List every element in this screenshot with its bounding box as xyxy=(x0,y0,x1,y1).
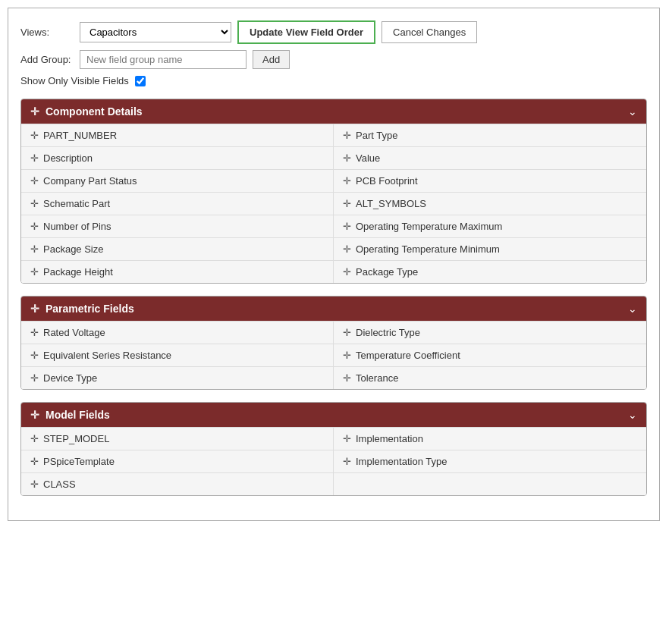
field-drag-icon: ✛ xyxy=(343,243,351,255)
chevron-down-icon-component-details: ⌄ xyxy=(628,105,637,118)
field-cell[interactable]: ✛ Equivalent Series Resistance xyxy=(21,344,334,367)
field-name: Operating Temperature Minimum xyxy=(356,243,500,255)
field-name: PCB Footprint xyxy=(356,175,418,187)
field-name: Package Type xyxy=(356,266,418,278)
field-drag-icon: ✛ xyxy=(343,350,351,361)
field-drag-icon: ✛ xyxy=(30,152,39,164)
fields-grid-component-details: ✛ PART_NUMBER ✛ Part Type ✛ Description … xyxy=(21,124,646,283)
field-cell[interactable]: ✛ Tolerance xyxy=(334,367,646,389)
field-name: Dielectric Type xyxy=(356,327,420,338)
chevron-down-icon-parametric-fields: ⌄ xyxy=(628,303,637,315)
field-name: Company Part Status xyxy=(43,175,137,187)
field-cell[interactable]: ✛ PSpiceTemplate xyxy=(21,450,334,473)
field-cell[interactable]: ✛ ALT_SYMBOLS xyxy=(334,193,646,215)
toolbar-row: Views: Capacitors Update View Field Orde… xyxy=(20,20,647,44)
add-group-row: Add Group: Add xyxy=(20,50,647,69)
field-drag-icon: ✛ xyxy=(30,130,39,141)
field-cell[interactable]: ✛ Package Type xyxy=(334,261,646,283)
field-name: Operating Temperature Maximum xyxy=(356,221,502,232)
add-group-label: Add Group: xyxy=(20,54,74,65)
field-name: Part Type xyxy=(356,130,397,141)
field-name: PSpiceTemplate xyxy=(43,456,115,467)
visible-fields-row: Show Only Visible Fields xyxy=(20,75,647,86)
group-drag-handle-component-details[interactable]: ✛ xyxy=(30,105,39,118)
field-drag-icon: ✛ xyxy=(30,372,39,384)
field-group-body-parametric-fields: ✛ Rated Voltage ✛ Dielectric Type ✛ Equi… xyxy=(21,321,646,389)
groups-container: ✛ Component Details ⌄ ✛ PART_NUMBER ✛ Pa… xyxy=(20,99,647,496)
field-drag-icon: ✛ xyxy=(30,479,39,490)
field-cell[interactable]: ✛ Part Type xyxy=(334,124,646,147)
field-cell[interactable]: ✛ STEP_MODEL xyxy=(21,428,334,450)
field-name: Package Size xyxy=(43,243,104,255)
field-cell-empty xyxy=(334,473,646,495)
field-drag-icon: ✛ xyxy=(343,221,351,232)
field-group-title-parametric-fields: ✛ Parametric Fields xyxy=(30,303,134,315)
field-group-model-fields: ✛ Model Fields ⌄ ✛ STEP_MODEL ✛ Implemen… xyxy=(20,402,647,496)
field-group-body-model-fields: ✛ STEP_MODEL ✛ Implementation ✛ PSpiceTe… xyxy=(21,427,646,495)
field-name: Implementation Type xyxy=(356,456,447,467)
field-cell[interactable]: ✛ Dielectric Type xyxy=(334,322,646,344)
field-cell[interactable]: ✛ Package Size xyxy=(21,238,334,261)
field-cell[interactable]: ✛ Company Part Status xyxy=(21,170,334,193)
cancel-changes-button[interactable]: Cancel Changes xyxy=(382,21,477,43)
field-name: Temperature Coefficient xyxy=(356,350,460,361)
update-view-field-order-button[interactable]: Update View Field Order xyxy=(237,20,375,44)
field-group-header-parametric-fields[interactable]: ✛ Parametric Fields ⌄ xyxy=(21,297,646,321)
field-group-header-model-fields[interactable]: ✛ Model Fields ⌄ xyxy=(21,403,646,427)
field-cell[interactable]: ✛ Rated Voltage xyxy=(21,322,334,344)
field-cell[interactable]: ✛ Schematic Part xyxy=(21,193,334,215)
field-name: STEP_MODEL xyxy=(43,433,109,444)
field-drag-icon: ✛ xyxy=(30,327,39,338)
field-group-header-component-details[interactable]: ✛ Component Details ⌄ xyxy=(21,99,646,124)
field-group-component-details: ✛ Component Details ⌄ ✛ PART_NUMBER ✛ Pa… xyxy=(20,99,647,284)
field-drag-icon: ✛ xyxy=(343,152,351,164)
field-cell[interactable]: ✛ Implementation Type xyxy=(334,450,646,473)
field-name: Value xyxy=(356,152,380,164)
field-cell[interactable]: ✛ PART_NUMBER xyxy=(21,124,334,147)
field-drag-icon: ✛ xyxy=(30,198,39,209)
main-container: Views: Capacitors Update View Field Orde… xyxy=(8,8,660,521)
fields-grid-parametric-fields: ✛ Rated Voltage ✛ Dielectric Type ✛ Equi… xyxy=(21,321,646,389)
field-drag-icon: ✛ xyxy=(30,266,39,278)
show-only-visible-fields-checkbox[interactable] xyxy=(135,76,146,86)
field-name: Implementation xyxy=(356,433,423,444)
field-name: Description xyxy=(43,152,93,164)
field-group-body-component-details: ✛ PART_NUMBER ✛ Part Type ✛ Description … xyxy=(21,124,646,283)
add-group-button[interactable]: Add xyxy=(253,50,290,69)
field-cell[interactable]: ✛ Operating Temperature Minimum xyxy=(334,238,646,261)
field-name: Package Height xyxy=(43,266,113,278)
group-drag-handle-model-fields[interactable]: ✛ xyxy=(30,409,39,421)
field-cell[interactable]: ✛ Description xyxy=(21,147,334,170)
views-select[interactable]: Capacitors xyxy=(80,22,231,42)
field-drag-icon: ✛ xyxy=(30,221,39,232)
fields-grid-model-fields: ✛ STEP_MODEL ✛ Implementation ✛ PSpiceTe… xyxy=(21,427,646,495)
field-name: Equivalent Series Resistance xyxy=(43,350,171,361)
field-name: CLASS xyxy=(43,479,76,490)
field-drag-icon: ✛ xyxy=(343,327,351,338)
field-drag-icon: ✛ xyxy=(343,266,351,278)
field-name: Tolerance xyxy=(356,372,398,384)
field-drag-icon: ✛ xyxy=(343,433,351,444)
chevron-down-icon-model-fields: ⌄ xyxy=(628,409,637,421)
field-cell[interactable]: ✛ PCB Footprint xyxy=(334,170,646,193)
field-cell[interactable]: ✛ Number of Pins xyxy=(21,215,334,238)
field-drag-icon: ✛ xyxy=(343,198,351,209)
group-drag-handle-parametric-fields[interactable]: ✛ xyxy=(30,303,39,315)
field-cell[interactable]: ✛ CLASS xyxy=(21,473,334,495)
field-drag-icon: ✛ xyxy=(343,372,351,384)
views-label: Views: xyxy=(20,27,74,38)
field-cell[interactable]: ✛ Temperature Coefficient xyxy=(334,344,646,367)
field-cell[interactable]: ✛ Package Height xyxy=(21,261,334,283)
field-drag-icon: ✛ xyxy=(30,175,39,187)
field-cell[interactable]: ✛ Operating Temperature Maximum xyxy=(334,215,646,238)
field-cell[interactable]: ✛ Implementation xyxy=(334,428,646,450)
field-name: ALT_SYMBOLS xyxy=(356,198,426,209)
field-cell[interactable]: ✛ Device Type xyxy=(21,367,334,389)
field-drag-icon: ✛ xyxy=(343,456,351,467)
field-group-parametric-fields: ✛ Parametric Fields ⌄ ✛ Rated Voltage ✛ … xyxy=(20,296,647,390)
field-cell[interactable]: ✛ Value xyxy=(334,147,646,170)
field-drag-icon: ✛ xyxy=(30,350,39,361)
field-name: PART_NUMBER xyxy=(43,130,117,141)
field-drag-icon: ✛ xyxy=(343,175,351,187)
new-field-group-name-input[interactable] xyxy=(80,50,247,69)
